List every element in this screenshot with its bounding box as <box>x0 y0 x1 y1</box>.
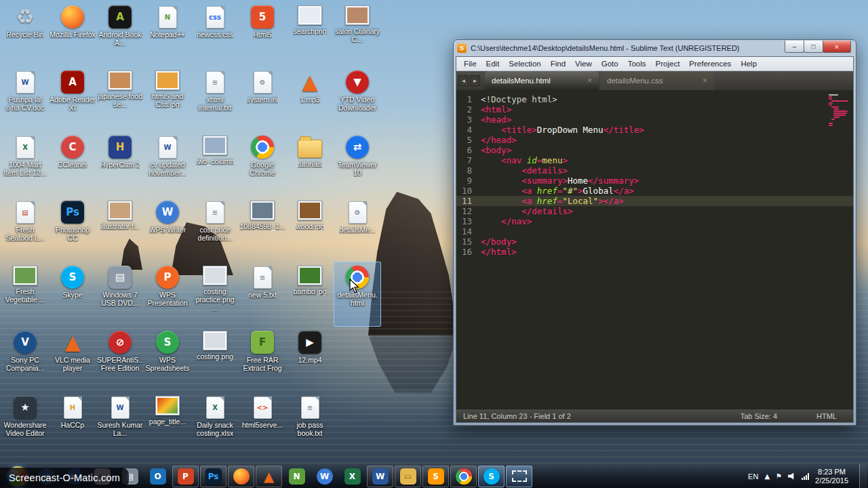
desktop-icon-tutorials-folder[interactable]: tutorials <box>286 131 334 197</box>
maximize-button[interactable]: □ <box>804 41 823 53</box>
desktop-icon-ytd-downloader[interactable]: ▼YTD Video Downloader <box>334 66 381 131</box>
desktop-icon-xhtml-internal-txt[interactable]: ≡xhtml internal.txt <box>191 66 239 131</box>
desktop-icon-mart-item-list[interactable]: X1004 Mart Item List 12... <box>1 131 49 197</box>
desktop-icon-skype[interactable]: SSkype <box>49 262 96 327</box>
desktop-icon-salon-culinary[interactable]: salon Culinary C... <box>334 1 381 66</box>
code-line[interactable]: 1<!Doctype html> <box>456 94 853 104</box>
volume-icon[interactable] <box>788 473 795 480</box>
desktop-icon-newcss-css[interactable]: cssnewcss.css <box>191 1 239 66</box>
language-indicator[interactable]: EN <box>748 472 758 481</box>
menu-item-preferences[interactable]: Preferences <box>684 60 736 68</box>
desktop-icon-bambo-jpg[interactable]: bambo.jpg <box>286 262 334 327</box>
tab-scroll-left-icon[interactable]: ◂ <box>458 75 469 86</box>
minimize-button[interactable]: – <box>785 41 804 53</box>
screen-recorder-taskbar-button[interactable] <box>506 466 532 487</box>
code-editor[interactable]: 1<!Doctype html>2<html>3<head>4 <title>D… <box>456 90 853 409</box>
code-line[interactable]: 6<body> <box>456 145 853 155</box>
tab-close-icon[interactable]: × <box>703 76 707 85</box>
desktop-icon-wondershare-video-editor[interactable]: ★Wondershare Video Editor <box>1 392 49 457</box>
desktop-icon-vlc[interactable]: ▲VLC media player <box>49 327 96 392</box>
syntax-indicator[interactable]: HTML <box>816 412 837 420</box>
desktop-icon-job-pass-book[interactable]: ≡job pass book.txt <box>286 392 334 457</box>
code-line[interactable]: 12 </details> <box>456 206 853 216</box>
code-line[interactable]: 14 <box>456 226 853 237</box>
action-center-icon[interactable]: ⚑ <box>776 472 782 480</box>
desktop-icon-costing-practice[interactable]: costing practice.png ... <box>191 262 239 327</box>
notepad-plus-plus-taskbar-button[interactable]: N <box>283 466 310 487</box>
desktop-icon-detailsmenu-css[interactable]: ⚙detailsMe... <box>334 197 381 262</box>
word-taskbar-button[interactable]: W <box>367 466 393 487</box>
desktop-icon-notepad-plus-plus[interactable]: NNotepad++ <box>144 1 191 66</box>
desktop-icon-superantispyware[interactable]: ⊘SUPERAntiS... Free Edition <box>96 327 144 392</box>
title-bar[interactable]: S C:\Users\itechme14\Desktop\detailsMenu… <box>456 40 854 56</box>
code-line[interactable]: 2<html> <box>456 104 853 115</box>
desktop-icon-mp4-12[interactable]: ▶12.mp4 <box>286 327 334 392</box>
code-line[interactable]: 13 </nav> <box>456 216 853 226</box>
desktop-icon-windows-usb-dvd[interactable]: ▤Windows 7 USB DVD... <box>96 262 144 327</box>
desktop-icon-firefox[interactable]: Mozilla Firefox <box>49 1 96 66</box>
desktop-icon-img-10884598[interactable]: 10884598_1... <box>239 197 286 262</box>
desktop-icon-system-ini[interactable]: ⚙system.ini <box>239 66 286 131</box>
desktop-icon-wood-jpg[interactable]: wood.jpg <box>286 197 334 262</box>
desktop-icon-illustrator-file[interactable]: illustrator f... <box>96 197 144 262</box>
desktop-icon-html5[interactable]: 5Html5 <box>239 1 286 66</box>
show-hidden-icons-button[interactable]: ▲ <box>764 472 770 480</box>
desktop-icon-japanese-food[interactable]: japanese food se... <box>96 66 144 131</box>
photoshop-taskbar-button[interactable]: Ps <box>200 466 226 487</box>
vlc-taskbar-button[interactable]: ▲ <box>256 466 282 487</box>
tab-scroll-right-icon[interactable]: ▸ <box>470 75 480 86</box>
desktop-icon-google-chrome[interactable]: Google Chrome <box>239 131 286 197</box>
code-line[interactable]: 10 <a href="#">Global</a> <box>456 186 853 196</box>
desktop-icon-cv-updated[interactable]: Wcv updated november... <box>144 131 191 197</box>
desktop-icon-suresh-kumar[interactable]: WSuresh Kumar La... <box>96 392 144 457</box>
desktop-icon-android-book[interactable]: AAndroid Book A... <box>96 1 144 66</box>
code-line[interactable]: 3<head> <box>456 115 853 125</box>
firefox-taskbar-button[interactable] <box>228 466 254 487</box>
desktop-icon-fresh-vegetable[interactable]: Fresh Vegetable ... <box>1 262 49 327</box>
menu-item-view[interactable]: View <box>570 60 597 68</box>
explorer-taskbar-button[interactable]: ▭ <box>395 466 421 487</box>
tab-detailsMenu-html[interactable]: detailsMenu.html× <box>485 71 599 90</box>
wps-writer-taskbar-button[interactable]: W <box>311 466 338 487</box>
close-button[interactable]: × <box>823 41 851 53</box>
desktop-icon-pushpa-cv-doc[interactable]: WPushpa lal ojha CV.doc <box>1 66 49 131</box>
clock[interactable]: 8:23 PM 2/25/2015 <box>815 468 848 485</box>
menu-item-file[interactable]: File <box>459 60 481 68</box>
desktop-icon-cost-price[interactable]: ≡cost price definition... <box>191 197 239 262</box>
desktop-icon-wps-writer[interactable]: WWPS Writer <box>144 197 191 262</box>
chrome-taskbar-button[interactable] <box>450 466 477 487</box>
menu-item-goto[interactable]: Goto <box>597 60 623 68</box>
desktop-icon-page-title[interactable]: page_title... <box>144 392 191 457</box>
desktop-icon-html5-css-jpg[interactable]: html5 and Css.jpg <box>144 66 191 131</box>
menu-item-help[interactable]: Help <box>736 60 762 68</box>
skype-taskbar-button[interactable]: S <box>478 466 505 487</box>
sublime-text-taskbar-button[interactable]: S <box>422 466 449 487</box>
minimap[interactable] <box>827 93 852 128</box>
desktop-icon-fresh-seafood[interactable]: ▤Fresh Seafood L... <box>1 197 49 262</box>
desktop-icon-wps-presentation[interactable]: PWPS Presentation <box>144 262 191 327</box>
code-line[interactable]: 16</html> <box>456 247 853 257</box>
desktop-icon-adobe-reader[interactable]: AAdobe Reader XI <box>49 66 96 131</box>
desktop-icon-two-column[interactable]: two_column <box>191 131 239 197</box>
menu-item-find[interactable]: Find <box>546 60 570 68</box>
menu-item-edit[interactable]: Edit <box>481 60 505 68</box>
code-line[interactable]: 5</head> <box>456 135 853 145</box>
desktop-icon-haccp[interactable]: HHaCCp <box>49 392 96 457</box>
desktop-icon-sony-pc-companion[interactable]: VSony PC Compania... <box>1 327 49 392</box>
desktop-icon-daily-snack-xlsx[interactable]: XDaily snack costing.xlsx <box>191 392 239 457</box>
powerpoint-taskbar-button[interactable]: P <box>172 466 199 487</box>
tab-close-icon[interactable]: × <box>587 76 592 85</box>
outlook-taskbar-button[interactable]: O <box>144 466 171 487</box>
code-line[interactable]: 8 <details> <box>456 165 853 176</box>
desktop-icon-hypercam[interactable]: HHyperCam 2 <box>96 131 144 197</box>
desktop-icon-recycle-bin[interactable]: ♻Recycle Bin <box>1 1 49 66</box>
menu-item-tools[interactable]: Tools <box>623 60 651 68</box>
tab-detailsMenu-css[interactable]: detailsMenu.css× <box>600 71 714 90</box>
desktop-icon-searchpng[interactable]: searchpng <box>286 1 334 66</box>
excel-taskbar-button[interactable]: X <box>339 466 366 487</box>
desktop-icon-rar-extract-frog[interactable]: FFree RAR Extract Frog <box>239 327 286 392</box>
code-line[interactable]: 7 <nav id=menu> <box>456 155 853 165</box>
desktop-icon-new5-txt[interactable]: ≡new 5.txt <box>239 262 286 327</box>
show-desktop-button[interactable] <box>859 464 867 488</box>
desktop-icon-mp3-1[interactable]: ▲1.mp3 <box>286 66 334 131</box>
